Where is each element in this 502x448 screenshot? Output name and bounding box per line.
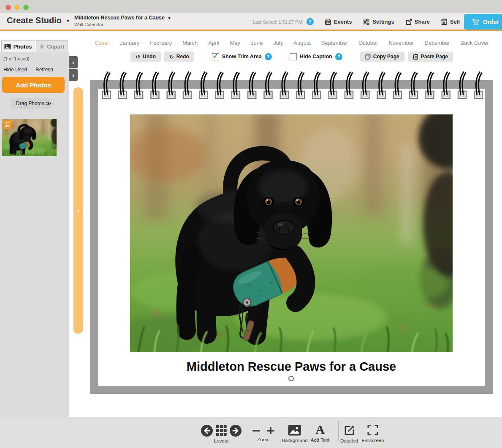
double-chevron-right-icon: ≫ — [46, 100, 52, 106]
events-button[interactable]: Events — [325, 19, 352, 25]
tab-clipart-label: Clipart — [47, 43, 64, 50]
tab-june[interactable]: June — [251, 40, 263, 46]
edit-pencil-icon — [343, 424, 355, 436]
photo-icon — [5, 122, 10, 127]
add-text-button[interactable]: A Add Text — [311, 424, 330, 443]
sell-label: Sell — [450, 19, 460, 25]
show-trim-area-checkbox[interactable] — [212, 53, 219, 60]
app-header: Create Studio ▼ Middleton Rescue Paws fo… — [0, 13, 502, 31]
add-photos-button[interactable]: Add Photos — [2, 77, 65, 93]
project-title-menu[interactable]: Middleton Rescue Paws for a Cause ▼ — [74, 15, 171, 21]
order-button[interactable]: Order — [464, 14, 502, 30]
zoom-window-button[interactable] — [23, 5, 29, 10]
app-title-label: Create Studio — [7, 16, 62, 25]
app-title-menu[interactable]: Create Studio ▼ — [7, 16, 70, 25]
tab-march[interactable]: March — [182, 40, 198, 46]
settings-label: Settings — [372, 19, 394, 25]
tab-december[interactable]: December — [425, 40, 450, 46]
photos-usage-count: (1 of 1 used) — [3, 56, 30, 61]
tab-october[interactable]: October — [358, 40, 378, 46]
image-icon — [288, 425, 301, 436]
cover-caption-text[interactable]: Middleton Rescue Paws for a Cause — [98, 360, 485, 374]
bottom-toolbar: Layout − + Zoom Background A Add Text De… — [0, 417, 502, 448]
last-saved-help-icon[interactable]: ? — [307, 18, 314, 25]
chevron-left-icon: ‹ — [77, 206, 79, 215]
cover-photo[interactable] — [130, 114, 453, 352]
detailed-button[interactable]: Detailed — [340, 424, 358, 443]
page-tabs: Cover January February March April May J… — [98, 40, 485, 46]
minimize-window-button[interactable] — [14, 5, 20, 10]
layout-button[interactable]: Layout — [214, 425, 229, 443]
tab-may[interactable]: May — [230, 40, 240, 46]
fullscreen-button[interactable]: Fullscreen — [361, 424, 384, 443]
project-subtitle: Wall Calendar — [74, 22, 171, 27]
show-trim-area-group: Show Trim Area ? — [212, 53, 272, 60]
next-page-button[interactable] — [229, 424, 242, 437]
copy-page-button[interactable]: Copy Page — [360, 52, 404, 62]
calendar-icon — [325, 19, 331, 25]
storefront-icon — [441, 19, 448, 25]
paste-icon — [413, 54, 418, 60]
zoom-label: Zoom — [257, 437, 269, 442]
show-trim-area-help-icon[interactable]: ? — [265, 53, 272, 60]
hide-used-link[interactable]: Hide Used — [3, 67, 27, 73]
fullscreen-icon — [367, 424, 379, 436]
window-titlebar — [0, 0, 502, 13]
share-button[interactable]: Share — [405, 19, 430, 25]
tab-november[interactable]: November — [389, 40, 414, 46]
project-info: Middleton Rescue Paws for a Cause ▼ Wall… — [74, 15, 171, 27]
photo-icon — [4, 44, 11, 49]
hide-caption-group: Hide Caption ? — [290, 53, 342, 60]
chevron-down-icon: ▼ — [167, 16, 171, 20]
tab-clipart[interactable]: ☆ Clipart — [36, 40, 68, 52]
zoom-out-button[interactable]: − — [252, 425, 260, 436]
detailed-label: Detailed — [340, 438, 358, 443]
toolbar-divider — [338, 421, 339, 441]
tab-september[interactable]: September — [321, 40, 348, 46]
background-label: Background — [282, 438, 307, 443]
close-window-button[interactable] — [5, 5, 11, 10]
zoom-in-button[interactable]: + — [266, 425, 275, 436]
tab-february[interactable]: February — [150, 40, 172, 46]
photo-thumbnail[interactable] — [2, 119, 57, 156]
share-icon — [405, 19, 412, 25]
background-button[interactable]: Background — [282, 425, 307, 443]
fullscreen-label: Fullscreen — [361, 438, 384, 443]
tab-cover[interactable]: Cover — [95, 40, 109, 46]
panel-drawer-handle[interactable]: ‹ — [73, 87, 83, 334]
caption-resize-handle[interactable] — [288, 376, 294, 381]
letter-a-icon: A — [315, 424, 325, 435]
tab-april[interactable]: April — [208, 40, 219, 46]
photo-used-badge — [3, 120, 11, 129]
sliders-icon — [363, 19, 370, 25]
previous-page-button[interactable] — [201, 424, 213, 437]
tab-august[interactable]: August — [293, 40, 310, 46]
redo-label: Redo — [176, 54, 189, 60]
layout-grid-icon — [216, 425, 227, 436]
sidebar-collapse-right-button[interactable]: › — [69, 69, 78, 81]
tab-july[interactable]: July — [273, 40, 283, 46]
chevron-down-icon: ▼ — [66, 18, 71, 23]
paste-page-button[interactable]: Paste Page — [408, 52, 453, 62]
redo-button[interactable]: ↻ Redo — [164, 52, 194, 62]
undo-icon: ↺ — [136, 54, 140, 60]
sidebar-collapse-left-button[interactable]: ‹ — [69, 56, 78, 68]
hide-caption-checkbox[interactable] — [290, 53, 297, 60]
tab-back-cover[interactable]: Back Cover — [461, 40, 489, 46]
sell-button[interactable]: Sell — [441, 19, 460, 25]
copy-icon — [365, 54, 371, 60]
settings-button[interactable]: Settings — [363, 19, 394, 25]
puppy-photo-image — [130, 114, 453, 352]
refresh-link[interactable]: Refresh — [35, 67, 53, 73]
hide-caption-help-icon[interactable]: ? — [335, 53, 342, 60]
tab-photos[interactable]: Photos — [1, 40, 35, 52]
star-icon: ☆ — [39, 43, 45, 50]
drag-photos-hint: Drag Photos ≫ — [11, 98, 54, 109]
paste-page-label: Paste Page — [421, 54, 448, 60]
copy-page-label: Copy Page — [373, 54, 399, 60]
undo-button[interactable]: ↺ Undo — [130, 52, 161, 62]
photos-sidebar: Photos ☆ Clipart (1 of 1 used) Hide Used… — [0, 32, 69, 417]
show-trim-area-label: Show Trim Area — [222, 54, 262, 60]
hide-caption-label: Hide Caption — [300, 54, 332, 60]
tab-january[interactable]: January — [120, 40, 139, 46]
